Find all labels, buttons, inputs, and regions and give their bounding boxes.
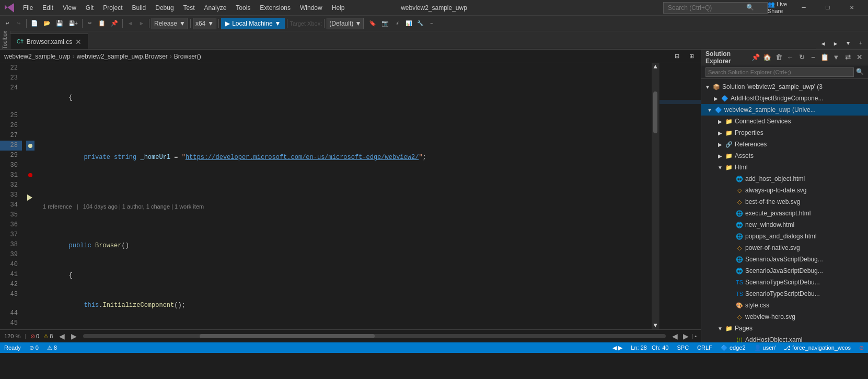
se-copy-btn[interactable]: 📋 xyxy=(820,53,829,62)
status-errors[interactable]: ⊘ 0 xyxy=(29,344,39,351)
status-branch[interactable]: ⎇ force_navigation_wcos xyxy=(784,344,851,351)
scroll-thumb[interactable] xyxy=(653,91,657,133)
warning-count[interactable]: ⚠ 8 xyxy=(43,333,53,340)
tree-scenario-ts-debug1[interactable]: TS ScenarioTypeScriptDebu... xyxy=(701,277,868,288)
h-scroll-thumb[interactable] xyxy=(200,334,374,338)
scroll-up-btn[interactable]: ▲ xyxy=(652,63,659,71)
forward-btn[interactable]: ▶ xyxy=(136,18,147,29)
menu-debug[interactable]: Debug xyxy=(151,3,178,13)
scroll-tabs-right[interactable]: ▶ xyxy=(830,38,841,49)
minimize-button[interactable]: ─ xyxy=(792,0,816,16)
menu-edit[interactable]: Edit xyxy=(38,3,57,13)
split-editor-btn[interactable]: ⊞ xyxy=(686,51,697,62)
tree-scenario-js-debug1[interactable]: 🌐 ScenarioJavaScriptDebug... xyxy=(701,254,868,265)
title-search-input[interactable] xyxy=(668,4,746,12)
menu-build[interactable]: Build xyxy=(128,3,151,13)
se-filter-btn[interactable]: ▼ xyxy=(831,53,841,62)
menu-test[interactable]: Test xyxy=(179,3,199,13)
tree-main-project[interactable]: ▼ 🔷 webview2_sample_uwp (Unive... xyxy=(701,104,868,116)
menu-git[interactable]: Git xyxy=(82,3,98,13)
title-search-box[interactable]: 🔍 xyxy=(663,2,768,14)
menu-window[interactable]: Window xyxy=(296,3,327,13)
collapse-all-btn[interactable]: ⊟ xyxy=(672,51,682,62)
tree-references[interactable]: ▶ 🔗 References xyxy=(701,139,868,150)
perf-btn[interactable]: 📊 xyxy=(403,18,414,29)
toolbox-tab[interactable]: Toolbox xyxy=(0,31,10,49)
save-all-btn[interactable]: 💾+ xyxy=(66,18,80,29)
se-arrow-btn[interactable]: ← xyxy=(785,53,795,62)
status-warnings[interactable]: ⚠ 8 xyxy=(47,344,57,351)
redo-btn[interactable]: ↪ xyxy=(14,18,24,29)
tools-btn2[interactable]: 🔧 xyxy=(415,18,425,29)
se-close-btn[interactable]: ✕ xyxy=(854,53,864,62)
nav-next-btn[interactable]: ▶ xyxy=(681,331,691,341)
more-btn[interactable]: ⋯ xyxy=(426,18,437,29)
run-dropdown-arrow[interactable]: ▼ xyxy=(275,20,281,27)
scroll-down-btn[interactable]: ▼ xyxy=(652,322,659,329)
menu-tools[interactable]: Tools xyxy=(232,3,254,13)
attach-btn[interactable]: ⚡ xyxy=(392,18,402,29)
tree-power-svg[interactable]: ◇ power-of-native.svg xyxy=(701,242,868,254)
nav-prev-btn[interactable]: ◀ xyxy=(670,331,680,341)
menu-project[interactable]: Project xyxy=(99,3,126,13)
code-editor-content[interactable]: { private string _homeUrl = "https://dev… xyxy=(34,63,652,329)
open-btn[interactable]: 📂 xyxy=(41,18,53,29)
new-file-btn[interactable]: 📄 xyxy=(29,18,40,29)
se-trash-btn[interactable]: 🗑 xyxy=(774,53,783,62)
tree-add-host-html[interactable]: 🌐 add_host_object.html xyxy=(701,173,868,185)
status-user[interactable]: 👤 user/ xyxy=(754,344,776,351)
tree-add-host-project[interactable]: ▶ 🔷 AddHostObjectBridgeCompone... xyxy=(701,93,868,104)
close-button[interactable]: ✕ xyxy=(840,0,864,16)
back-btn[interactable]: ◀ xyxy=(125,18,135,29)
status-spaces[interactable]: SPC xyxy=(677,344,689,351)
se-refresh-btn[interactable]: ↻ xyxy=(797,53,806,62)
menu-view[interactable]: View xyxy=(59,3,80,13)
tree-scenario-js-debug2[interactable]: 🌐 ScenarioJavaScriptDebug... xyxy=(701,265,868,277)
menu-analyze[interactable]: Analyze xyxy=(200,3,231,13)
tree-pages-folder[interactable]: ▼ 📁 Pages xyxy=(701,323,868,334)
tree-best-svg[interactable]: ◇ best-of-the-web.svg xyxy=(701,196,868,208)
tree-scenario-ts-debug2[interactable]: TS ScenarioTypeScriptDebu... xyxy=(701,288,868,300)
horizontal-scrollbar[interactable] xyxy=(83,334,666,338)
tree-html-folder[interactable]: ▼ 📁 Html xyxy=(701,162,868,173)
status-encoding[interactable]: CRLF xyxy=(697,344,712,351)
status-nav-arrows[interactable]: ◀ ▶ xyxy=(612,344,622,351)
breadcrumb-method[interactable]: Browser() xyxy=(174,53,201,60)
tab-browser-xaml-cs[interactable]: C# Browser.xaml.cs ✕ xyxy=(10,33,88,49)
tree-popups-html[interactable]: 🌐 popups_and_dialogs.html xyxy=(701,231,868,242)
tree-properties[interactable]: ▶ 📁 Properties xyxy=(701,127,868,139)
se-search-input[interactable] xyxy=(705,67,854,77)
tree-style-css[interactable]: 🎨 style.css xyxy=(701,300,868,311)
platform-dropdown[interactable]: x64 ▼ xyxy=(193,18,216,29)
tree-solution-root[interactable]: ▼ 📦 Solution 'webview2_sample_uwp' (3 xyxy=(701,81,868,93)
new-tab-btn[interactable]: + xyxy=(855,38,866,49)
se-home-btn[interactable]: 🏠 xyxy=(762,53,772,62)
paste-btn[interactable]: 📌 xyxy=(109,18,120,29)
breadcrumb-class[interactable]: webview2_sample_uwp.Browser xyxy=(77,53,168,60)
breadcrumb-project[interactable]: webview2_sample_uwp xyxy=(4,53,71,60)
tree-add-host-xaml[interactable]: ⟨/⟩ AddHostObject.xaml xyxy=(701,334,868,342)
copy-btn[interactable]: 📋 xyxy=(96,18,108,29)
status-edge-version[interactable]: 🔷 edge2 xyxy=(721,344,746,351)
zoom-level[interactable]: 120 % xyxy=(4,333,20,339)
menu-extensions[interactable]: Extensions xyxy=(256,3,295,13)
tree-always-svg[interactable]: ◇ always-up-to-date.svg xyxy=(701,185,868,196)
tree-assets[interactable]: ▶ 📁 Assets xyxy=(701,150,868,162)
se-pin-btn[interactable]: 📌 xyxy=(751,53,760,62)
default-dropdown[interactable]: (Default) ▼ xyxy=(327,18,364,29)
se-collapse-btn[interactable]: − xyxy=(808,53,818,62)
menu-help[interactable]: Help xyxy=(328,3,349,13)
status-ready[interactable]: Ready xyxy=(4,344,21,351)
tree-connected-services[interactable]: ▶ 📁 Connected Services xyxy=(701,116,868,127)
tree-webview-hero-svg[interactable]: ◇ webview-hero.svg xyxy=(701,311,868,323)
save-btn[interactable]: 💾 xyxy=(54,18,65,29)
tree-new-window-html[interactable]: 🌐 new_window.html xyxy=(701,219,868,231)
status-error-indicator[interactable]: ⊘ xyxy=(859,344,864,351)
status-line-col[interactable]: Ln: 28 Ch: 40 xyxy=(631,344,668,351)
configuration-dropdown[interactable]: Release ▼ xyxy=(152,18,188,29)
cut-btn[interactable]: ✂ xyxy=(85,18,95,29)
scroll-left-btn[interactable]: ◀ xyxy=(57,331,67,341)
scroll-right-btn[interactable]: ▶ xyxy=(69,331,79,341)
vertical-scrollbar[interactable]: ▲ ▼ xyxy=(652,63,659,329)
tab-list-btn[interactable]: ▼ xyxy=(843,38,853,49)
